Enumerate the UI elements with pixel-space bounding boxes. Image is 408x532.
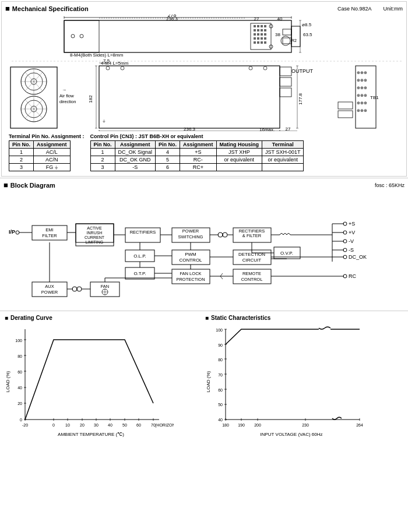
svg-text:Air flow: Air flow	[59, 93, 74, 98]
svg-text:50: 50	[218, 403, 223, 407]
terminal-col-assign: Assignment	[34, 141, 71, 149]
svg-point-68	[106, 66, 110, 70]
svg-text:100: 100	[216, 328, 223, 332]
svg-point-105	[16, 231, 19, 234]
terminal-pin-table: Pin No. Assignment 1AC/L2AC/N3FG ⏚	[9, 140, 71, 171]
svg-rect-8	[257, 25, 259, 27]
svg-text:LIMITING: LIMITING	[86, 240, 103, 244]
svg-text:PWM: PWM	[185, 252, 196, 257]
svg-text:60: 60	[17, 370, 22, 374]
svg-rect-24	[257, 41, 259, 44]
svg-point-69	[121, 66, 124, 70]
derating-title: Derating Curve	[5, 315, 203, 321]
svg-text:DC_OK: DC_OK	[349, 254, 367, 260]
svg-point-3	[71, 34, 75, 38]
svg-text:20: 20	[80, 423, 85, 427]
svg-text:236.3: 236.3	[166, 16, 178, 22]
svg-text:ACTIVE: ACTIVE	[87, 226, 102, 230]
svg-text:POWER: POWER	[182, 228, 199, 234]
svg-text:180: 180	[222, 423, 229, 427]
svg-rect-11	[254, 29, 256, 31]
control-table-row: 3-S6RC+	[90, 164, 304, 171]
svg-text:20: 20	[17, 401, 22, 406]
svg-text:30: 30	[94, 423, 99, 427]
derating-chart: LOAD (%) 0 20 40 60 80 100 -20 0 10	[5, 323, 174, 440]
svg-text:⊕⊕⊕: ⊕⊕⊕	[357, 101, 367, 105]
terminal-table-row: 3FG ⏚	[9, 164, 71, 171]
svg-rect-16	[257, 33, 259, 36]
svg-point-189	[72, 287, 77, 291]
svg-point-70	[249, 66, 252, 70]
svg-text:40: 40	[218, 418, 223, 422]
svg-text:INPUT VOLTAGE (VAC) 60Hz: INPUT VOLTAGE (VAC) 60Hz	[261, 432, 323, 437]
svg-text:SWITCHING: SWITCHING	[178, 234, 203, 239]
svg-text:direction: direction	[59, 99, 76, 104]
svg-text:177.8: 177.8	[298, 93, 303, 105]
svg-text:FILTER: FILTER	[42, 233, 57, 238]
svg-text:+S: +S	[349, 221, 355, 227]
block-diagram-title: ■ Block Diagram	[3, 181, 55, 189]
svg-text:⌀8.5: ⌀8.5	[302, 22, 312, 27]
svg-rect-17	[261, 33, 263, 36]
svg-text:-20: -20	[22, 423, 28, 427]
terminal-table-title: Terminal Pin No. Assignment :	[9, 133, 85, 139]
block-diagram-svg: I/P EMI FILTER ACTIVE INRUSH CURRENT LIM…	[6, 192, 402, 308]
svg-text:CONTROL: CONTROL	[179, 258, 202, 263]
svg-text:FAN LOCK: FAN LOCK	[180, 271, 201, 276]
svg-rect-75	[280, 88, 291, 97]
svg-text:80: 80	[218, 358, 223, 362]
svg-text:7.5: 7.5	[103, 58, 110, 64]
svg-line-180	[220, 273, 223, 276]
svg-text:38: 38	[275, 32, 280, 37]
svg-text:190: 190	[238, 423, 245, 427]
svg-text:AMBIENT TEMPERATURE (℃): AMBIENT TEMPERATURE (℃)	[58, 432, 124, 437]
svg-text:RECTIFIERS: RECTIFIERS	[130, 230, 156, 235]
block-diagram-section: ■ Block Diagram fosc : 65KHz I/P EMI FIL…	[0, 178, 408, 311]
svg-text:+V: +V	[349, 230, 355, 235]
static-title: Static Characteristics	[205, 315, 403, 321]
svg-text:10: 10	[65, 423, 70, 427]
svg-rect-9	[261, 25, 263, 27]
svg-rect-13	[261, 29, 263, 31]
svg-text:⊕⊕⊕: ⊕⊕⊕	[357, 86, 367, 90]
section-title-mechanical: ■ Mechanical Specification	[5, 4, 89, 13]
svg-point-125	[218, 232, 223, 237]
svg-text:⊕⊕⊕: ⊕⊕⊕	[357, 78, 367, 82]
terminal-pin-table-wrap: Terminal Pin No. Assignment : Pin No. As…	[9, 133, 85, 171]
svg-rect-20	[257, 37, 259, 40]
svg-text:I/P: I/P	[9, 229, 15, 235]
control-table-row: 2DC_OK GND5RC-or equivalentor equivalent	[90, 156, 304, 164]
svg-text:60: 60	[218, 388, 223, 392]
svg-text:236.3: 236.3	[184, 126, 196, 131]
svg-rect-23	[254, 41, 256, 44]
svg-rect-26	[264, 41, 266, 44]
svg-rect-21	[261, 37, 263, 40]
svg-text:0: 0	[52, 423, 55, 427]
svg-text:O.L.P.: O.L.P.	[133, 253, 146, 259]
svg-text:80: 80	[17, 354, 22, 358]
svg-rect-18	[264, 33, 266, 36]
svg-text:230: 230	[302, 423, 309, 427]
svg-text:8-M4(Both Sides) L=8mm: 8-M4(Both Sides) L=8mm	[70, 52, 124, 58]
svg-text:REMOTE: REMOTE	[242, 271, 261, 276]
svg-text:264: 264	[356, 423, 363, 427]
svg-text:FAN: FAN	[101, 284, 110, 289]
svg-text:⏚: ⏚	[103, 118, 105, 124]
svg-text:40: 40	[108, 423, 112, 427]
svg-text:→: →	[62, 87, 66, 93]
svg-text:50: 50	[122, 423, 127, 427]
derating-curve-section: Derating Curve LOAD (%) 0 20 40 60 80 10…	[3, 313, 204, 442]
svg-text:60: 60	[136, 423, 141, 427]
svg-text:CURRENT: CURRENT	[85, 235, 105, 239]
svg-text:TB1: TB1	[370, 95, 379, 100]
svg-text:70: 70	[218, 373, 223, 377]
svg-text:-S: -S	[349, 247, 354, 253]
svg-text:0: 0	[20, 418, 22, 422]
svg-rect-14	[264, 29, 266, 31]
svg-text:AUX: AUX	[45, 284, 54, 289]
control-pin-table-wrap: Control Pin (CN3) : JST B6B-XH or equiva…	[90, 133, 399, 171]
svg-text:40: 40	[17, 386, 22, 390]
svg-text:O.V.P.: O.V.P.	[280, 251, 293, 256]
control-table-row: 1DC_OK Signal4+SJST XHPJST SXH-001T	[90, 149, 304, 156]
svg-text:OUTPUT: OUTPUT	[291, 68, 314, 74]
